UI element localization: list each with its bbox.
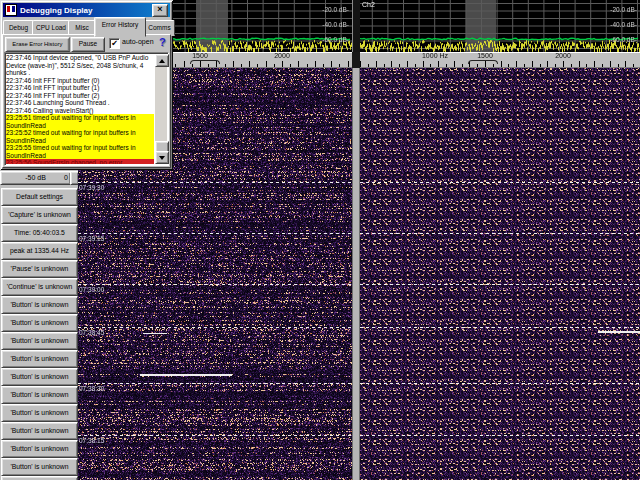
log-entry: 23:25:55 timed out waiting for input buf… <box>6 144 154 159</box>
time-gridline <box>360 233 640 234</box>
spectrum-lab-app: Ch2 -50 dB 0 Default settings'Capture' i… <box>0 0 640 480</box>
erase-error-history-button[interactable]: Erase Error History <box>5 37 70 52</box>
sidebar-button[interactable]: 'Button' is unknown <box>1 422 78 440</box>
time-gridline <box>78 182 352 183</box>
window-titlebar[interactable]: Debugging Display × <box>3 3 170 17</box>
frequency-tick-label: 1500 <box>477 52 493 59</box>
time-gridline <box>360 182 640 183</box>
close-icon[interactable]: × <box>152 4 168 17</box>
time-gridline <box>360 383 640 384</box>
signal-streak <box>598 331 640 333</box>
log-entry: 22:37:46 Launching Sound Thread . <box>6 99 154 107</box>
time-label: 07:39:15 <box>79 235 104 242</box>
tab-error-history[interactable]: Error History <box>94 17 146 37</box>
sidebar-button[interactable]: 'Button' is unknown <box>1 368 78 386</box>
frequency-marker-bracket <box>468 60 498 64</box>
sidebar-button[interactable]: 'Button' is unknown <box>1 404 78 422</box>
log-entry: 23:25:56 SoundErrsIn changed, no error <box>6 159 154 164</box>
tab-page: Erase Error History Pause ✔ auto-open ? … <box>2 34 171 168</box>
waterfall-right-panel <box>360 68 640 480</box>
window-title: Debugging Display <box>20 6 152 15</box>
error-log-content: 22:37:46 Input device opened, "0 USB PnP… <box>6 54 154 164</box>
app-icon <box>5 4 17 16</box>
sidebar-button[interactable]: peak at 1335.44 Hz <box>1 242 78 260</box>
sidebar-button[interactable]: 'Button' is unknown <box>1 386 78 404</box>
time-gridline <box>78 435 352 436</box>
sidebar-button[interactable]: 'Button' is unknown <box>1 458 78 476</box>
level-bar-cap[interactable] <box>70 171 78 185</box>
scroll-up-icon[interactable] <box>155 54 169 67</box>
log-entry: 22:37:46 Init FFT input buffer (0) <box>6 77 154 85</box>
time-gridline <box>360 327 640 328</box>
level-min-label: -50 dB <box>1 172 70 183</box>
frequency-tick-label: 1000 Hz <box>422 52 448 59</box>
db-axis-label: -40.0 dB- <box>322 21 349 28</box>
sidebar-button[interactable]: 'Button' is unknown <box>1 476 78 480</box>
time-label: 07:38:15 <box>79 437 104 444</box>
scroll-down-icon[interactable] <box>155 151 169 164</box>
db-axis-label: -20.0 dB- <box>322 6 349 13</box>
log-entry: 22:37:46 Init FFT input buffer (1) <box>6 84 154 92</box>
sidebar-button[interactable]: 'Pause' is unknown <box>1 260 78 278</box>
time-label: 07:39:30 <box>79 184 104 191</box>
auto-open-label: auto-open <box>122 38 154 45</box>
time-label: 07:38:45 <box>79 329 104 336</box>
sidebar-button[interactable]: 'Capture' is unknown <box>1 206 78 224</box>
time-label: 07:38:30 <box>79 385 104 392</box>
debugging-display-window: Debugging Display × DebugCPU LoadMiscErr… <box>0 0 173 170</box>
time-gridline <box>360 435 640 436</box>
level-max-label: 0 <box>64 172 68 183</box>
time-gridline <box>78 383 352 384</box>
signal-streak <box>140 374 232 376</box>
control-sidebar: -50 dB 0 Default settings'Capture' is un… <box>0 170 78 480</box>
time-gridline <box>360 284 640 285</box>
sidebar-button[interactable]: 'Button' is unknown <box>1 314 78 332</box>
sidebar-button[interactable]: 'Button' is unknown <box>1 332 78 350</box>
log-entry: 23:25:52 timed out waiting for input buf… <box>6 129 154 144</box>
frequency-tick-label: 2000 <box>274 52 290 59</box>
pause-button[interactable]: Pause <box>71 37 105 52</box>
log-entry: 23:25:51 timed out waiting for input buf… <box>6 114 154 129</box>
sidebar-button[interactable]: 'Button' is unknown <box>1 440 78 458</box>
db-axis-label: -60.0 dB- <box>610 36 637 43</box>
db-axis-label: -40.0 dB- <box>610 21 637 28</box>
auto-open-checkbox[interactable]: ✔ <box>109 38 120 49</box>
log-entry: 22:37:46 Calling waveInStart() <box>6 107 154 115</box>
db-axis-label: -60.0 dB- <box>322 36 349 43</box>
log-entry: 22:37:46 Init FFT input buffer (2) <box>6 92 154 100</box>
channel-label: Ch2 <box>362 1 375 8</box>
log-scrollbar[interactable] <box>155 54 167 164</box>
sidebar-button[interactable]: 'Button' is unknown <box>1 350 78 368</box>
time-label: 07:39:00 <box>79 286 104 293</box>
db-axis-label: -20.0 dB- <box>610 6 637 13</box>
error-log-listbox: 22:37:46 Input device opened, "0 USB PnP… <box>4 52 169 166</box>
log-entry: 22:37:46 Input device opened, "0 USB PnP… <box>6 54 154 77</box>
sidebar-button[interactable]: 'Continue' is unknown <box>1 278 78 296</box>
sidebar-button[interactable]: Default settings <box>1 188 78 206</box>
waterfall-divider[interactable] <box>352 68 360 480</box>
frequency-tick-label: 2000 <box>555 52 571 59</box>
help-icon[interactable]: ? <box>159 36 166 48</box>
time-gridline <box>78 233 352 234</box>
amplitude-level-bar[interactable]: -50 dB 0 <box>0 171 71 185</box>
signal-streak <box>143 333 167 334</box>
time-gridline <box>78 284 352 285</box>
time-gridline <box>78 327 352 328</box>
sidebar-button[interactable]: 'Button' is unknown <box>1 296 78 314</box>
frequency-tick-label: 1500 <box>192 52 208 59</box>
sidebar-button[interactable]: Time: 05:40:03.5 <box>1 224 78 242</box>
frequency-marker-bracket <box>190 60 220 64</box>
